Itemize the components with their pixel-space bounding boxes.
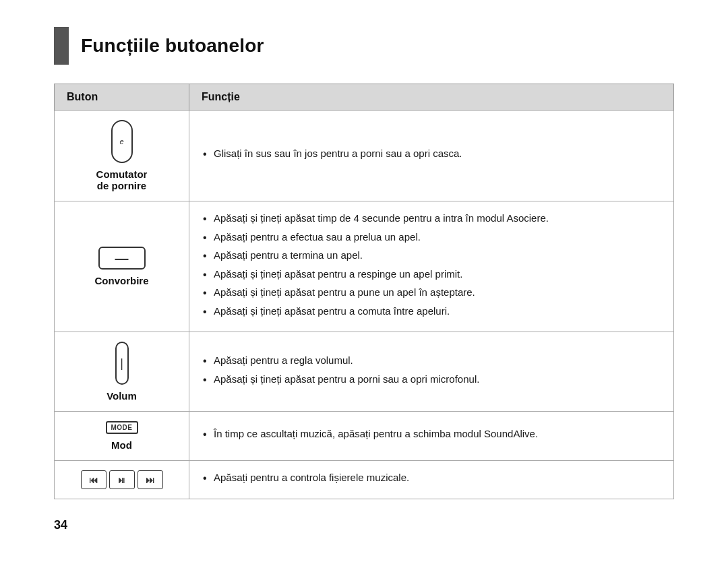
media-func-1: Apăsați pentru a controla fișierele muzi… [202, 470, 661, 486]
table-row-mode: MODE Mod În timp ce ascultați muzică, ap… [55, 412, 674, 461]
volume-func-2: Apăsați și țineți apăsat pentru a porni … [202, 372, 661, 387]
media-next-icon: ⏭ [138, 470, 163, 489]
media-icon-wrapper: ⏮ ⏯ ⏭ [67, 470, 177, 489]
table-row-power: Comutatorde pornire Glisați în sus sau î… [55, 111, 674, 201]
media-prev-icon: ⏮ [81, 470, 107, 489]
button-cell-call: Convorbire [55, 201, 189, 332]
mode-func-1: În timp ce ascultați muzică, apăsați pen… [202, 427, 661, 442]
col-function-header: Funcție [189, 84, 674, 111]
call-icon-wrapper: Convorbire [67, 247, 177, 286]
power-function-list: Glisați în sus sau în jos pentru a porni… [202, 146, 661, 162]
media-controls-icons: ⏮ ⏯ ⏭ [81, 470, 163, 489]
call-func-5: Apăsați și țineți apăsat pentru a pune u… [202, 285, 661, 301]
functions-table: Buton Funcție Comutatorde pornire Glisaț… [54, 84, 674, 499]
media-function-list: Apăsați pentru a controla fișierele muzi… [202, 470, 661, 486]
call-button-label: Convorbire [94, 275, 148, 286]
button-cell-power: Comutatorde pornire [55, 111, 189, 201]
volume-button-icon [115, 342, 129, 385]
page-header: Funcțiile butoanelor [54, 27, 674, 65]
header-accent-bar [54, 27, 69, 65]
function-cell-media: Apăsați pentru a controla fișierele muzi… [189, 461, 674, 499]
call-func-3: Apăsați pentru a termina un apel. [202, 248, 661, 263]
table-header-row: Buton Funcție [55, 84, 674, 111]
page-number: 34 [54, 518, 674, 532]
mode-function-list: În timp ce ascultați muzică, apăsați pen… [202, 427, 661, 442]
volume-func-1: Apăsați pentru a regla volumul. [202, 353, 661, 369]
power-func-1: Glisați în sus sau în jos pentru a porni… [202, 146, 661, 162]
button-cell-mode: MODE Mod [55, 412, 189, 461]
call-func-4: Apăsați și țineți apăsat pentru a respin… [202, 267, 661, 282]
table-row-call: Convorbire Apăsați și țineți apăsat timp… [55, 201, 674, 332]
function-cell-power: Glisați în sus sau în jos pentru a porni… [189, 111, 674, 201]
button-cell-volume: Volum [55, 332, 189, 412]
volume-icon-wrapper: Volum [67, 342, 177, 402]
call-func-2: Apăsați pentru a efectua sau a prelua un… [202, 230, 661, 245]
table-row-media: ⏮ ⏯ ⏭ Apăsați pentru a controla fișierel… [55, 461, 674, 499]
power-switch-icon [111, 120, 133, 163]
function-cell-volume: Apăsați pentru a regla volumul. Apăsați … [189, 332, 674, 412]
button-cell-media: ⏮ ⏯ ⏭ [55, 461, 189, 499]
volume-function-list: Apăsați pentru a regla volumul. Apăsați … [202, 353, 661, 387]
call-function-list: Apăsați și țineți apăsat timp de 4 secun… [202, 211, 661, 319]
media-play-icon: ⏯ [109, 470, 135, 489]
call-func-1: Apăsați și țineți apăsat timp de 4 secun… [202, 211, 661, 226]
function-cell-call: Apăsați și țineți apăsat timp de 4 secun… [189, 201, 674, 332]
call-button-icon [98, 247, 146, 270]
power-icon-wrapper: Comutatorde pornire [67, 120, 177, 191]
mode-button-label: Mod [111, 439, 132, 451]
mode-icon-wrapper: MODE Mod [67, 421, 177, 451]
power-button-label: Comutatorde pornire [96, 168, 148, 191]
volume-button-label: Volum [107, 390, 137, 402]
call-func-6: Apăsați și țineți apăsat pentru a comuta… [202, 304, 661, 319]
mode-button-icon: MODE [106, 421, 138, 434]
page-title: Funcțiile butoanelor [81, 35, 264, 57]
table-row-volume: Volum Apăsați pentru a regla volumul. Ap… [55, 332, 674, 412]
col-button-header: Buton [55, 84, 189, 111]
function-cell-mode: În timp ce ascultați muzică, apăsați pen… [189, 412, 674, 461]
